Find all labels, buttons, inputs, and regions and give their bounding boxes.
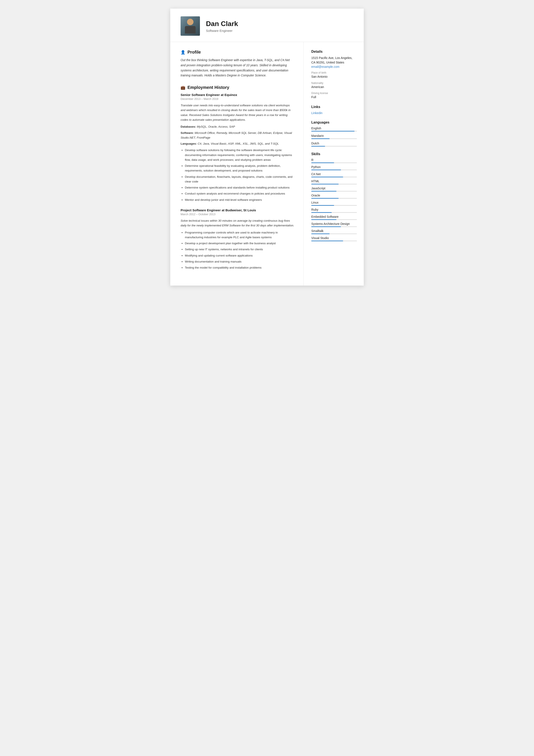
bullet-item: Setting up new IT systems, networks and … xyxy=(185,247,295,252)
skill-name: Linux xyxy=(311,201,357,204)
header-info: Dan Clark Software Engineer xyxy=(206,19,238,32)
skill-name: Smalltalk xyxy=(311,229,357,233)
employment-section-title: 💼 Employment History xyxy=(181,85,295,90)
languages-section: Languages English Mandarin Dutch xyxy=(311,121,357,147)
skill-bar-bg xyxy=(311,233,357,234)
lang-bar-bg xyxy=(311,146,357,147)
skill-item-6: Linux xyxy=(311,201,357,206)
skill-bar-bg xyxy=(311,205,357,206)
skill-bar-fill xyxy=(311,219,337,220)
skills-list: R Python C#.Net HTML JavaScript xyxy=(311,158,357,241)
skill-item-9: Systems Architecture Design xyxy=(311,222,357,227)
nationality-value: American xyxy=(311,85,357,89)
job-detail-db: Databases: MySQL, Oracle, Access, SAP xyxy=(181,124,295,129)
links-title: Links xyxy=(311,105,357,109)
skill-name: Ruby xyxy=(311,208,357,211)
skill-bar-bg xyxy=(311,219,357,220)
job-description-1: Translate user needs into easy-to-unders… xyxy=(181,103,295,122)
job-detail-lang: Languages: C#, Java, Visual Basic, ASP, … xyxy=(181,141,295,146)
skill-name: Systems Architecture Design xyxy=(311,222,357,226)
lang-item-0: English xyxy=(311,126,357,131)
driving-license-value: Full xyxy=(311,95,357,99)
skill-name: JavaScript xyxy=(311,187,357,190)
skill-bar-fill xyxy=(311,241,343,241)
lang-bar-fill xyxy=(311,138,330,139)
skill-name: Embedded Software xyxy=(311,215,357,218)
employment-section: 💼 Employment History Senior Software Eng… xyxy=(181,85,295,270)
header-section: Dan Clark Software Engineer xyxy=(170,9,364,42)
skill-item-11: Visual Studio xyxy=(311,236,357,241)
job-entry-2: Project Software Engineer at Budweiser, … xyxy=(181,208,295,270)
job-bullets-1: Develop software solutions by following … xyxy=(185,148,295,202)
lang-bar-fill xyxy=(311,146,325,147)
right-column: Details 1515 Pacific Ave, Los Angeles, C… xyxy=(304,42,364,285)
bullet-item: Develop documentation, flowcharts, layou… xyxy=(185,175,295,184)
skill-item-3: HTML xyxy=(311,179,357,184)
linkedin-link[interactable]: Linkedin xyxy=(311,111,322,115)
lang-name: Mandarin xyxy=(311,134,357,138)
bullet-item: Develop software solutions by following … xyxy=(185,148,295,162)
languages-title: Languages xyxy=(311,121,357,124)
lang-bar-bg xyxy=(311,138,357,139)
languages-list: English Mandarin Dutch xyxy=(311,126,357,147)
skill-item-7: Ruby xyxy=(311,208,357,213)
resume-container: Dan Clark Software Engineer 👤 Profile Ou… xyxy=(170,9,364,285)
skill-name: R xyxy=(311,158,357,162)
skill-bar-bg xyxy=(311,212,357,213)
skills-title: Skills xyxy=(311,152,357,156)
skill-bar-fill xyxy=(311,184,339,184)
skill-bar-fill xyxy=(311,227,341,227)
bullet-item: Determine operational feasibility by eva… xyxy=(185,164,295,173)
bullet-item: Writing documentation and training manua… xyxy=(185,259,295,264)
lang-name: Dutch xyxy=(311,142,357,145)
details-address: 1515 Pacific Ave, Los Angeles, CA 90291,… xyxy=(311,56,357,65)
header-title: Software Engineer xyxy=(206,29,238,33)
skill-bar-bg xyxy=(311,241,357,241)
details-email[interactable]: email@example.com xyxy=(311,65,340,68)
job-description-2: Solve technical issues within 30 minutes… xyxy=(181,218,295,228)
bullet-item: Programming computer controls which are … xyxy=(185,230,295,240)
header-name: Dan Clark xyxy=(206,19,238,28)
skill-bar-bg xyxy=(311,177,357,177)
bullet-item: Mentor and develop junior and mid-level … xyxy=(185,198,295,202)
lang-item-2: Dutch xyxy=(311,142,357,147)
driving-license-label: Driving license xyxy=(311,92,357,95)
skill-bar-fill xyxy=(311,170,341,170)
skill-name: HTML xyxy=(311,179,357,183)
job-dates-2: March 2012 – October 2013 xyxy=(181,213,295,216)
job-entry-1: Senior Software Engineer at Equinox Dece… xyxy=(181,93,295,202)
place-of-birth-value: San Antonio xyxy=(311,75,357,79)
skill-bar-bg xyxy=(311,198,357,199)
profile-section-title: 👤 Profile xyxy=(181,50,295,55)
skill-bar-bg xyxy=(311,170,357,170)
details-title: Details xyxy=(311,50,357,54)
skill-bar-fill xyxy=(311,212,332,213)
bullet-item: Determine system specifications and stan… xyxy=(185,185,295,190)
skill-bar-fill xyxy=(311,198,339,199)
lang-bar-bg xyxy=(311,131,357,131)
lang-item-1: Mandarin xyxy=(311,134,357,139)
bullet-item: Develop a project development plan toget… xyxy=(185,241,295,246)
skill-bar-fill xyxy=(311,177,343,177)
skill-item-0: R xyxy=(311,158,357,163)
profile-section: 👤 Profile Out the box thinking Software … xyxy=(181,50,295,78)
skill-item-4: JavaScript xyxy=(311,187,357,192)
bullet-item: Conduct system analysis and recommend ch… xyxy=(185,191,295,196)
skill-item-2: C#.Net xyxy=(311,173,357,177)
skill-name: Visual Studio xyxy=(311,236,357,240)
skill-bar-bg xyxy=(311,162,357,163)
skill-name: Python xyxy=(311,165,357,169)
profile-text: Out the box thinking Software Engineer w… xyxy=(181,58,295,78)
skill-name: Oracle xyxy=(311,194,357,197)
profile-icon: 👤 xyxy=(181,50,185,55)
skill-bar-bg xyxy=(311,184,357,184)
details-section: Details 1515 Pacific Ave, Los Angeles, C… xyxy=(311,50,357,99)
lang-name: English xyxy=(311,126,357,130)
employment-icon: 💼 xyxy=(181,85,185,90)
skill-bar-fill xyxy=(311,205,334,206)
job-bullets-2: Programming computer controls which are … xyxy=(185,230,295,270)
nationality-label: Nationality xyxy=(311,82,357,85)
lang-bar-fill xyxy=(311,131,354,131)
main-content: 👤 Profile Out the box thinking Software … xyxy=(170,42,364,285)
avatar xyxy=(181,16,200,36)
